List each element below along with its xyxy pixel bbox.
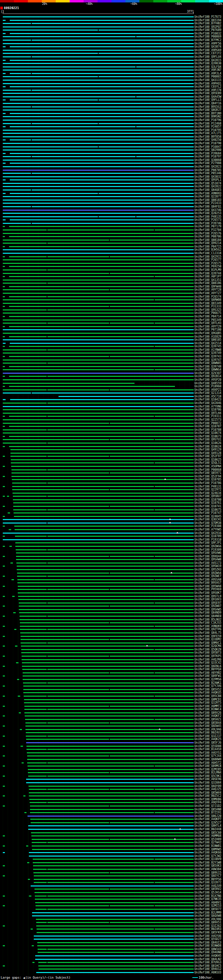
hit-row[interactable]: UniRef100_A4QJR6: [0, 658, 223, 662]
hit-label[interactable]: UniRef100_Q9SAW6: [194, 552, 221, 555]
hit-row[interactable]: UniRef100_P48131: [0, 485, 223, 488]
hit-row[interactable]: UniRef100_P17673: [0, 15, 223, 19]
hit-row[interactable]: UniRef100_B9RSN2: [0, 115, 223, 119]
hit-row[interactable]: UniRef100_Q6B8W9: [0, 758, 223, 761]
hit-row[interactable]: UniRef100_Q9MUB6: [0, 798, 223, 801]
hit-label[interactable]: UniRef100_P27988: [194, 162, 221, 165]
hit-label[interactable]: UniRef100_Q85C60: [194, 832, 221, 834]
hit-label[interactable]: UniRef100_Q20253: [194, 212, 221, 215]
hit-row[interactable]: UniRef100_A9PAQ1: [0, 82, 223, 86]
hit-row[interactable]: UniRef100_Q52F97: [0, 455, 223, 458]
hit-label[interactable]: UniRef100_Q43746: [194, 209, 221, 212]
hit-row[interactable]: UniRef100_B7U9G3: [0, 961, 223, 964]
hit-label[interactable]: UniRef100_C6SYL2: [194, 86, 221, 88]
hit-label[interactable]: UniRef100_A6N1U3: [194, 971, 221, 974]
hit-row[interactable]: UniRef100_Q22573: [0, 418, 223, 422]
hit-row[interactable]: UniRef100_Q33BV9: [0, 858, 223, 861]
hit-row[interactable]: UniRef100_Q6QY09: [0, 784, 223, 788]
hit-row[interactable]: UniRef100_Q2PMS6: [0, 678, 223, 681]
hit-row[interactable]: UniRef100_Q08186: [0, 282, 223, 285]
hit-row[interactable]: UniRef100_Q24045: [0, 515, 223, 518]
hit-label[interactable]: UniRef100_Q33BV9: [194, 858, 221, 861]
hit-row[interactable]: UniRef100_Q09X26: [0, 711, 223, 715]
hit-label[interactable]: UniRef100_Q52F94: [194, 475, 221, 478]
hit-label[interactable]: UniRef100_B9T1N9: [194, 112, 221, 115]
hit-row[interactable]: UniRef100_Q51074: [0, 182, 223, 185]
hit-row[interactable]: UniRef100_Q84L75: [0, 631, 223, 635]
hit-label[interactable]: UniRef100_Q9MUB6: [194, 798, 221, 801]
hit-row[interactable]: UniRef100_Q42915: [0, 255, 223, 259]
hit-row[interactable]: UniRef100_A9PJ78: [0, 89, 223, 92]
hit-row[interactable]: UniRef100_Q95EB9: [0, 92, 223, 95]
hit-row[interactable]: UniRef100_P04715: [0, 245, 223, 248]
hit-label[interactable]: UniRef100_Q10423: [194, 398, 221, 401]
hit-row[interactable]: UniRef100_P00868: [0, 468, 223, 472]
hit-row[interactable]: UniRef100_C6T1Y2: [0, 52, 223, 55]
hit-row[interactable]: UniRef100_B2LMM9: [0, 911, 223, 915]
hit-row[interactable]: UniRef100_P19311: [0, 415, 223, 418]
hit-label[interactable]: UniRef100_Q10674: [194, 432, 221, 434]
hit-row[interactable]: UniRef100_P26573: [0, 218, 223, 222]
hit-row[interactable]: UniRef100_A5C718: [0, 395, 223, 398]
hit-row[interactable]: UniRef100_Q85D77: [0, 908, 223, 911]
hit-row[interactable]: UniRef100_Q84NE0: [0, 615, 223, 618]
hit-row[interactable]: UniRef100_P10747: [0, 511, 223, 515]
hit-label[interactable]: UniRef100_Q84Y16: [194, 102, 221, 105]
hit-row[interactable]: UniRef100_Q10789: [0, 535, 223, 538]
hit-label[interactable]: UniRef100_Q32RT5: [194, 702, 221, 704]
hit-label[interactable]: UniRef100_Q42514: [194, 342, 221, 345]
hit-label[interactable]: UniRef100_Q09MC8: [194, 765, 221, 768]
hit-row[interactable]: UniRef100_C1KJS5: [0, 621, 223, 625]
hit-label[interactable]: UniRef100_Q8M9W5: [194, 848, 221, 851]
hit-label[interactable]: UniRef100_Q39748: [194, 365, 221, 368]
hit-label[interactable]: UniRef100_Q9ZWA4: [194, 572, 221, 575]
hit-label[interactable]: UniRef100_Q9SAW8: [194, 558, 221, 561]
hit-row[interactable]: UniRef100_B1NWD8: [0, 944, 223, 948]
hit-row[interactable]: UniRef100_Q9S325: [0, 309, 223, 312]
hit-label[interactable]: UniRef100_P07180: [194, 329, 221, 331]
hit-row[interactable]: UniRef100_P07689: [0, 29, 223, 32]
hit-label[interactable]: UniRef100_Q7YJX4: [194, 755, 221, 757]
hit-label[interactable]: UniRef100_Q51074: [194, 182, 221, 185]
hit-label[interactable]: UniRef100_Q4A45W: [194, 95, 221, 99]
hit-label[interactable]: UniRef100_Q10787: [194, 425, 221, 428]
hit-row[interactable]: UniRef100_B0Z5C2: [0, 794, 223, 798]
hit-row[interactable]: UniRef100_Q85X52: [0, 688, 223, 692]
hit-row[interactable]: UniRef100_Q85WV4: [0, 791, 223, 795]
hit-row[interactable]: UniRef100_B2XWK1: [0, 681, 223, 685]
hit-label[interactable]: UniRef100_P39684: [194, 152, 221, 155]
hit-label[interactable]: UniRef100_Q84ND9: [194, 611, 221, 614]
hit-label[interactable]: UniRef100_B7FMC2: [194, 39, 221, 42]
hit-label[interactable]: UniRef100_P08705: [194, 169, 221, 172]
hit-row[interactable]: UniRef100_Q43115: [0, 79, 223, 82]
hit-label[interactable]: UniRef100_P19309: [194, 549, 221, 551]
hit-row[interactable]: UniRef100_A1E029: [0, 335, 223, 339]
hit-row[interactable]: UniRef100_Q48559: [0, 382, 223, 385]
hit-label[interactable]: UniRef100_Q9FE59: [194, 635, 221, 638]
hit-label[interactable]: UniRef100_Q43115: [194, 79, 221, 82]
hit-row[interactable]: UniRef100_B9SVG7: [0, 581, 223, 585]
hit-label[interactable]: UniRef100_Q33DM2: [194, 638, 221, 641]
hit-label[interactable]: UniRef100_Q9S325: [194, 309, 221, 312]
hit-row[interactable]: UniRef100_Q3ZJ37: [0, 735, 223, 738]
hit-label[interactable]: UniRef100_Q10780: [194, 498, 221, 501]
hit-row[interactable]: UniRef100_Q00105: [0, 338, 223, 342]
hit-row[interactable]: UniRef100_A9YT29: [0, 325, 223, 329]
hit-label[interactable]: UniRef100_P32704: [194, 229, 221, 232]
hit-row[interactable]: UniRef100_Q8WNG4: [0, 368, 223, 372]
hit-label[interactable]: UniRef100_P16047: [194, 146, 221, 148]
hit-label[interactable]: UniRef100_Q41351: [194, 279, 221, 282]
hit-label[interactable]: UniRef100_Q84LN2: [194, 958, 221, 961]
hit-row[interactable]: UniRef100_Q6ENL6: [0, 665, 223, 668]
hit-row[interactable]: UniRef100_A9PJL4: [0, 72, 223, 75]
hit-label[interactable]: UniRef100_P18960: [194, 385, 221, 388]
hit-row[interactable]: UniRef100_B0Z4X8: [0, 828, 223, 831]
hit-label[interactable]: UniRef100_A9SSA8: [194, 579, 221, 581]
hit-label[interactable]: UniRef100_A9L9A6: [194, 728, 221, 731]
hit-row[interactable]: UniRef100_A8W3B4: [0, 868, 223, 871]
hit-row[interactable]: UniRef100_B7FHB2: [0, 22, 223, 25]
hit-label[interactable]: UniRef100_Q39744: [194, 272, 221, 275]
hit-row[interactable]: UniRef100_A4QKP7: [0, 818, 223, 821]
hit-row[interactable]: UniRef100_Q85C60: [0, 831, 223, 835]
hit-row[interactable]: UniRef100_C6SYL2: [0, 85, 223, 89]
